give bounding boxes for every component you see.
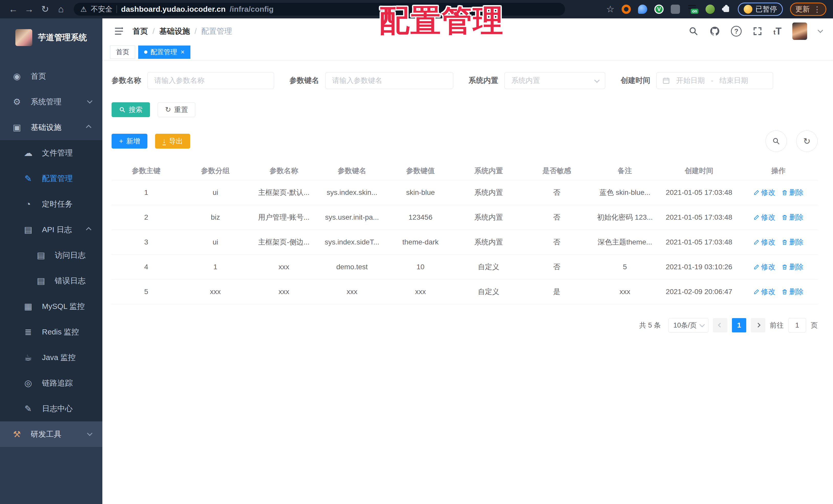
delete-link[interactable]: 删除: [782, 188, 804, 197]
edit-link[interactable]: 修改: [754, 287, 776, 297]
profile-paused-pill[interactable]: 已暂停: [738, 3, 783, 16]
extensions-puzzle-icon[interactable]: [722, 5, 731, 14]
sidebar-item-label: Java 监控: [42, 352, 76, 363]
address-divider: [116, 5, 117, 13]
extension-leaf-icon[interactable]: [706, 5, 715, 14]
extension-on-badge-icon[interactable]: on: [687, 5, 698, 14]
sidebar-item-error-log[interactable]: ▤ 错误日志: [0, 268, 102, 294]
edit-link-label: 修改: [761, 287, 776, 297]
search-button[interactable]: 搜索: [112, 102, 150, 117]
param-key-input[interactable]: [325, 72, 453, 89]
page-size-select[interactable]: 10条/页: [668, 318, 708, 332]
avatar-caret-icon[interactable]: [818, 29, 822, 34]
cell-name: xxx: [250, 279, 318, 304]
paused-label: 已暂停: [756, 4, 777, 14]
edit-link[interactable]: 修改: [754, 237, 776, 247]
date-range-picker[interactable]: 开始日期 - 结束日期: [657, 72, 773, 89]
builtin-label: 系统内置: [469, 75, 498, 86]
fullscreen-icon[interactable]: [753, 26, 763, 36]
trash-icon: [782, 214, 788, 221]
sidebar-item-java[interactable]: ☕ Java 监控: [0, 345, 102, 370]
builtin-select[interactable]: 系统内置: [504, 72, 605, 89]
sidebar-item-api-log[interactable]: ▤ API 日志: [0, 217, 102, 243]
create-time-label: 创建时间: [621, 75, 650, 86]
bookmark-star-icon[interactable]: ☆: [606, 4, 615, 15]
export-button-label: 导出: [169, 136, 183, 146]
extension-orange-icon[interactable]: [622, 5, 631, 14]
edit-icon: [754, 190, 760, 196]
toggle-search-button[interactable]: [765, 130, 787, 152]
browser-back-icon[interactable]: ←: [7, 3, 20, 16]
sidebar-collapse-icon[interactable]: [114, 26, 124, 36]
gear-icon: ⚙: [12, 97, 22, 107]
sidebar-item-system[interactable]: ⚙ 系统管理: [0, 89, 102, 115]
edit-link[interactable]: 修改: [754, 262, 776, 272]
search-icon[interactable]: [688, 26, 699, 36]
cell-builtin: 自定义: [455, 279, 523, 304]
close-icon[interactable]: ×: [181, 48, 185, 56]
builtin-select-placeholder: 系统内置: [511, 76, 540, 85]
next-page-button[interactable]: [751, 318, 765, 332]
user-avatar[interactable]: [792, 23, 807, 40]
font-small-glyph: t: [774, 28, 776, 36]
address-bar[interactable]: ⚠ 不安全 dashboard.yudao.iocoder.cn /infra/…: [74, 3, 565, 16]
sidebar-logo-row[interactable]: 芋道管理系统: [0, 19, 102, 57]
goto-page-input[interactable]: [788, 318, 806, 332]
cell-name: 主框架页-默认...: [250, 180, 318, 205]
page-number-active[interactable]: 1: [732, 318, 746, 332]
browser-home-icon[interactable]: ⌂: [54, 3, 68, 16]
search-button-label: 搜索: [129, 105, 143, 114]
browser-reload-icon[interactable]: ↻: [39, 3, 52, 16]
delete-link-label: 删除: [789, 237, 804, 247]
browser-forward-icon[interactable]: →: [23, 3, 36, 16]
delete-link[interactable]: 删除: [782, 237, 804, 247]
toolbox-icon: ⚒: [12, 429, 22, 439]
col-header-created: 创建时间: [659, 161, 739, 180]
sidebar-item-log-center[interactable]: ✎ 日志中心: [0, 396, 102, 421]
prev-page-button[interactable]: [713, 318, 727, 332]
sidebar-item-access-log[interactable]: ▤ 访问日志: [0, 243, 102, 268]
sidebar-item-redis[interactable]: ≣ Redis 监控: [0, 319, 102, 345]
sidebar-item-job[interactable]: ◔ 定时任务: [0, 191, 102, 217]
extension-gray-icon[interactable]: [671, 5, 680, 14]
not-secure-label: 不安全: [91, 4, 112, 14]
sidebar-item-config[interactable]: ✎ 配置管理: [0, 166, 102, 191]
export-button[interactable]: ↓ 导出: [155, 134, 190, 149]
refresh-table-button[interactable]: ↻: [796, 130, 818, 152]
browser-update-button[interactable]: 更新 ⋮: [790, 3, 826, 16]
cell-group: ui: [181, 180, 250, 205]
extension-drop-icon[interactable]: [638, 5, 647, 14]
url-host: dashboard.yudao.iocoder.cn: [121, 5, 225, 14]
reset-button[interactable]: ↻ 重置: [158, 102, 195, 117]
cell-remark: 蓝色 skin-blue...: [591, 180, 659, 205]
sidebar-item-infra[interactable]: ▣ 基础设施: [0, 115, 102, 140]
font-size-icon[interactable]: tT: [774, 26, 782, 37]
help-icon[interactable]: ?: [731, 26, 742, 36]
breadcrumb-section[interactable]: 基础设施: [159, 26, 190, 36]
font-big-glyph: T: [776, 26, 782, 36]
delete-link[interactable]: 删除: [782, 262, 804, 272]
sidebar-item-label: MySQL 监控: [42, 301, 85, 312]
delete-link[interactable]: 删除: [782, 212, 804, 222]
sidebar-item-home[interactable]: ◉ 首页: [0, 64, 102, 89]
tab-home[interactable]: 首页: [110, 46, 135, 59]
edit-link[interactable]: 修改: [754, 212, 776, 222]
param-name-input[interactable]: [147, 72, 274, 89]
sidebar-item-mysql[interactable]: ▦ MySQL 监控: [0, 294, 102, 319]
delete-link-label: 删除: [789, 287, 804, 297]
sidebar-item-dev-tools[interactable]: ⚒ 研发工具: [0, 421, 102, 447]
cell-actions: 修改删除: [739, 230, 818, 254]
sidebar-item-file[interactable]: ☁ 文件管理: [0, 140, 102, 166]
tab-config-active[interactable]: 配置管理 ×: [138, 46, 190, 59]
browser-menu-icon[interactable]: ⋮: [813, 5, 821, 14]
edit-link-label: 修改: [761, 237, 776, 247]
edit-link[interactable]: 修改: [754, 188, 776, 197]
github-icon[interactable]: [709, 26, 720, 36]
sidebar-item-label: API 日志: [42, 225, 72, 235]
delete-link[interactable]: 删除: [782, 287, 804, 297]
add-button[interactable]: + 新增: [112, 134, 147, 149]
sidebar-item-trace[interactable]: ◎ 链路追踪: [0, 370, 102, 396]
breadcrumb-home[interactable]: 首页: [133, 26, 148, 36]
cell-name: 主框架页-侧边...: [250, 230, 318, 254]
extension-green-v-icon[interactable]: V: [654, 5, 664, 14]
